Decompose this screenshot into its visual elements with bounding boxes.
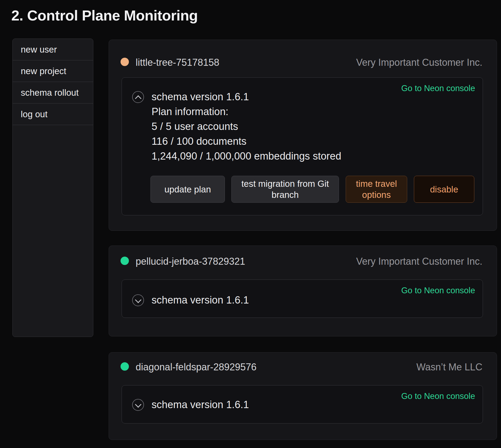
sidebar-item-label: new user — [21, 44, 57, 55]
customer-name: Very Important Customer Inc. — [356, 256, 482, 267]
status-dot-icon — [121, 362, 129, 371]
project-card: diagonal-feldspar-28929576 Wasn’t Me LLC… — [109, 352, 497, 440]
sidebar: new user new project schema rollout log … — [12, 39, 93, 337]
plan-info-line: Plan information: — [152, 104, 341, 119]
sidebar-item-label: schema rollout — [21, 88, 79, 98]
sidebar-item-label: log out — [21, 109, 47, 119]
schema-version: schema version 1.6.1 — [152, 89, 341, 104]
project-details-panel: Go to Neon console schema version 1.6.1 … — [122, 77, 483, 215]
customer-name: Very Important Customer Inc. — [356, 57, 482, 68]
update-plan-button[interactable]: update plan — [150, 176, 225, 203]
project-details-panel: Go to Neon console schema version 1.6.1 — [122, 385, 483, 423]
status-dot-icon — [121, 58, 129, 66]
neon-console-link[interactable]: Go to Neon console — [401, 84, 475, 93]
customer-name: Wasn’t Me LLC — [416, 361, 482, 373]
schema-version: schema version 1.6.1 — [152, 293, 249, 308]
sidebar-item-label: new project — [21, 66, 66, 76]
project-name: little-tree-75178158 — [136, 57, 219, 68]
chevron-down-icon — [135, 297, 141, 303]
plan-info-line: 1,244,090 / 1,000,000 embeddings stored — [152, 149, 341, 164]
project-name: diagonal-feldspar-28929576 — [136, 361, 256, 373]
test-migration-button[interactable]: test migration from Git branch — [231, 176, 339, 203]
neon-console-link[interactable]: Go to Neon console — [401, 286, 475, 295]
page-title: 2. Control Plane Monitoring — [11, 7, 198, 24]
plan-info: schema version 1.6.1 Plan information: 5… — [152, 89, 341, 164]
chevron-down-icon — [135, 401, 141, 408]
schema-version: schema version 1.6.1 — [152, 397, 249, 412]
disable-button[interactable]: disable — [414, 176, 474, 203]
expand-toggle[interactable] — [132, 294, 144, 306]
project-card: pellucid-jerboa-37829321 Very Important … — [109, 246, 497, 336]
sidebar-item-new-user[interactable]: new user — [13, 39, 93, 60]
plan-info-line: 116 / 100 documents — [152, 134, 341, 149]
project-name: pellucid-jerboa-37829321 — [136, 256, 245, 267]
status-dot-icon — [121, 257, 129, 265]
neon-console-link[interactable]: Go to Neon console — [401, 391, 475, 401]
sidebar-item-new-project[interactable]: new project — [13, 60, 93, 82]
project-details-panel: Go to Neon console schema version 1.6.1 — [122, 280, 483, 318]
sidebar-item-schema-rollout[interactable]: schema rollout — [13, 82, 93, 104]
plan-info-line: 5 / 5 user accounts — [152, 119, 341, 134]
chevron-up-icon — [135, 95, 141, 102]
collapse-toggle[interactable] — [132, 91, 144, 103]
sidebar-item-log-out[interactable]: log out — [13, 104, 93, 125]
project-card: little-tree-75178158 Very Important Cust… — [109, 40, 497, 231]
expand-toggle[interactable] — [132, 399, 144, 411]
time-travel-options-button[interactable]: time travel options — [346, 176, 407, 203]
